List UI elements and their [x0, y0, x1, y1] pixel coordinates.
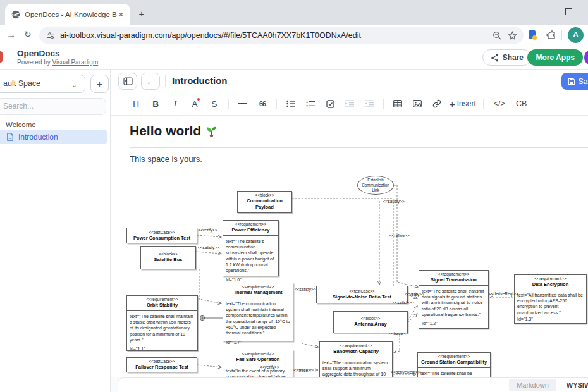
- strikethrough-button[interactable]: S: [206, 96, 223, 111]
- space-selector[interactable]: ault Space ⌄: [0, 75, 85, 93]
- document-canvas[interactable]: Hello world This space is yours.: [111, 116, 588, 377]
- add-space-button[interactable]: +: [90, 75, 109, 93]
- block-name: Communication Payload: [238, 198, 291, 211]
- requirement-name: Power Efficiency: [224, 227, 278, 233]
- sidebar-item-introduction[interactable]: Introduction: [0, 130, 107, 144]
- stereotype: <<requirement>>: [224, 352, 292, 357]
- zoom-icon[interactable]: [493, 31, 501, 40]
- testcase-power-consumption-test: <<testCase>>Power Consumption Test: [126, 228, 197, 243]
- requirement-id: Id="1.7": [226, 340, 290, 345]
- requirement-signal-transmission: <<requirement>>Signal Transmission text=…: [419, 270, 489, 329]
- stereotype: <<block>>: [238, 193, 291, 198]
- back-arrow-icon: ←: [146, 77, 155, 87]
- task-list-button[interactable]: [322, 96, 338, 111]
- stereotype: <<requirement>>: [515, 276, 585, 281]
- page-title: Introduction: [172, 75, 227, 86]
- font-color-button[interactable]: A: [187, 96, 203, 111]
- checkbox-icon: [326, 100, 334, 108]
- share-label: Share: [503, 53, 524, 62]
- outdent-button[interactable]: [361, 96, 377, 111]
- blockquote-button[interactable]: 66: [254, 96, 271, 111]
- requirement-name: Orbit Stability: [128, 302, 197, 309]
- table-button[interactable]: [389, 96, 406, 111]
- tab-markdown[interactable]: Markdown: [509, 379, 556, 391]
- reload-icon[interactable]: ↻: [24, 29, 32, 39]
- toolbar-separator: [383, 99, 384, 109]
- visual-paradigm-link[interactable]: Visual Paradigm: [52, 59, 99, 66]
- horizontal-rule-button[interactable]: [235, 96, 251, 111]
- share-button[interactable]: Share: [482, 49, 532, 66]
- link-button[interactable]: [429, 96, 445, 111]
- insert-button[interactable]: +Insert: [448, 96, 477, 111]
- browser-tab[interactable]: OpenDocs - AI Knowledge Base ✕: [5, 4, 130, 25]
- url-omnibox[interactable]: ai-toolbox.visual-paradigm.com/app/opend…: [39, 27, 524, 44]
- requirement-name: Bandwidth Capacity: [321, 348, 391, 355]
- requirement-orbit-stability: <<requirement>>Orbit Stability text="The…: [126, 295, 198, 351]
- back-button[interactable]: ←: [141, 73, 160, 90]
- heading-button[interactable]: H: [128, 96, 144, 111]
- browser-tab-strip: OpenDocs - AI Knowledge Base ✕ + –: [0, 0, 588, 25]
- connector-label-derivereqt: <<deriveReqt>>: [391, 370, 420, 374]
- requirement-text: text="The satellite shall transmit data …: [422, 289, 484, 317]
- insert-label: Insert: [457, 99, 476, 108]
- link-icon: [432, 99, 441, 108]
- formatting-toolbar: H B I A S 66 12 +Insert </> CB: [111, 92, 588, 116]
- requirement-text: text="The satellite shall maintain a sta…: [130, 314, 193, 342]
- font-color-label: A: [192, 99, 197, 109]
- document-heading: Hello world: [130, 123, 217, 138]
- outdent-icon: [365, 100, 374, 107]
- toolbar-divider: [561, 30, 562, 40]
- account-avatar-clipped[interactable]: [584, 49, 588, 66]
- globe-favicon-icon: [11, 10, 20, 19]
- block-antenna-array: <<block>>Antenna Array: [333, 311, 408, 333]
- browser-address-bar: → ↻ ai-toolbox.visual-paradigm.com/app/o…: [0, 25, 588, 46]
- italic-button[interactable]: I: [167, 96, 183, 111]
- stereotype: <<testCase>>: [128, 359, 196, 364]
- tab-close-icon[interactable]: ✕: [117, 11, 125, 19]
- usecase-establish-communication-link: Establish Communication Link: [357, 176, 394, 195]
- inline-code-button[interactable]: </>: [489, 96, 510, 111]
- connector-label-trace: <<trace>>: [389, 331, 408, 336]
- url-text[interactable]: ai-toolbox.visual-paradigm.com/app/opend…: [60, 31, 486, 40]
- search-input[interactable]: Search...: [0, 98, 106, 115]
- indent-button[interactable]: [341, 96, 358, 111]
- requirement-id: Id="1.6": [226, 277, 276, 283]
- connector-label-satisfy: <<satisfy>>: [383, 199, 405, 204]
- bullet-list-button[interactable]: [283, 96, 299, 111]
- connector-label-satisfy: <<satisfy>>: [393, 300, 414, 305]
- requirement-name: Thermal Management: [224, 290, 292, 296]
- table-icon: [393, 100, 402, 107]
- window-minimize-button[interactable]: –: [536, 6, 551, 17]
- new-tab-button[interactable]: +: [135, 8, 148, 20]
- requirements-diagram[interactable]: Establish Communication Link <<block>>Co…: [111, 169, 588, 377]
- requirement-ground-station-compatibility: <<requirement>>Ground Station Compatibil…: [417, 352, 491, 377]
- tab-wysiwyg[interactable]: WYSIWYG: [558, 379, 588, 391]
- seedling-emoji-icon: [205, 125, 217, 137]
- extension-doc-icon[interactable]: [527, 30, 537, 43]
- forward-icon[interactable]: →: [6, 29, 16, 40]
- browser-profile-avatar[interactable]: A: [568, 27, 584, 43]
- site-settings-icon[interactable]: [47, 32, 55, 40]
- bookmark-star-icon[interactable]: [508, 31, 517, 40]
- code-block-button[interactable]: CB: [513, 96, 530, 111]
- requirement-id: Id="1.3": [517, 316, 584, 322]
- requirement-text: text="The satellite's communication subs…: [226, 239, 274, 273]
- more-apps-button[interactable]: More Apps: [527, 49, 583, 66]
- block-name: Failover Response Test: [128, 364, 196, 371]
- sidebar: ault Space ⌄ + Search... Welcome Introdu…: [0, 70, 111, 392]
- more-apps-label: More Apps: [536, 53, 575, 62]
- toggle-sidebar-button[interactable]: [118, 73, 137, 90]
- save-label: Save: [579, 77, 588, 86]
- save-button[interactable]: Save: [561, 73, 588, 90]
- numbered-list-button[interactable]: 12: [302, 96, 319, 111]
- image-button[interactable]: [409, 96, 426, 111]
- requirement-id: Id="1.2": [422, 321, 486, 326]
- requirement-bandwidth-capacity: <<requirement>>Bandwidth Capacity text="…: [319, 341, 393, 377]
- extensions-puzzle-icon[interactable]: [546, 30, 556, 43]
- block-name: Satellite Bus: [142, 257, 195, 263]
- panel-toggle-icon: [123, 77, 133, 85]
- bold-button[interactable]: B: [147, 96, 164, 111]
- window-maximize-button[interactable]: [565, 8, 572, 15]
- stereotype: <<requirement>>: [128, 297, 197, 302]
- block-name: Power Consumption Test: [128, 235, 196, 242]
